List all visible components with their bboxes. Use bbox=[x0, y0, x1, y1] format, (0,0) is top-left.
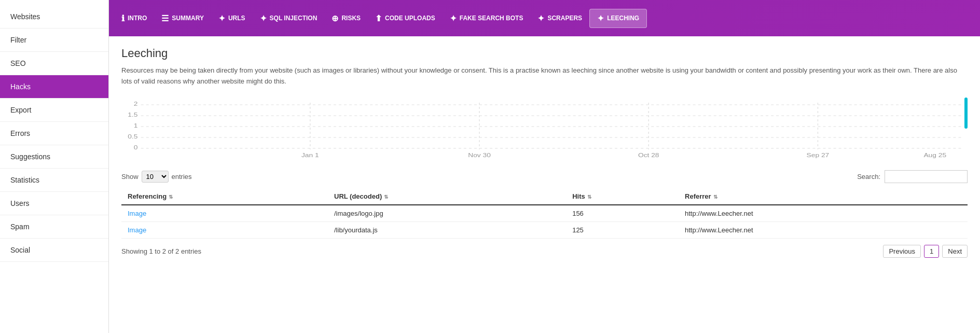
topnav-icon: ℹ bbox=[121, 13, 125, 23]
topnav-item-scrapers[interactable]: ✦SCRAPERS bbox=[530, 9, 589, 27]
sidebar-item-spam[interactable]: Spam bbox=[0, 215, 108, 239]
topnav-icon: ✦ bbox=[537, 13, 544, 23]
url-cell: /lib/yourdata.js bbox=[328, 221, 566, 238]
sidebar-item-statistics[interactable]: Statistics bbox=[0, 169, 108, 192]
topnav-icon: ✦ bbox=[450, 13, 457, 23]
referrer-cell: http://www.Leecher.net bbox=[679, 221, 968, 238]
content-area: Leeching Resources may be being taken di… bbox=[109, 36, 980, 333]
hits-cell: 156 bbox=[566, 205, 679, 222]
svg-text:0.5: 0.5 bbox=[128, 133, 137, 140]
table-header: Referencing⇅URL (decoded)⇅Hits⇅Referrer⇅ bbox=[121, 188, 968, 205]
sidebar: WebsitesFilterSEOHacksExportErrorsSugges… bbox=[0, 0, 109, 333]
next-button[interactable]: Next bbox=[942, 245, 968, 258]
leeching-chart: 2 1.5 1 0.5 0 Jan 1 Nov 30 Oct 28 bbox=[121, 98, 968, 160]
svg-text:2: 2 bbox=[134, 101, 138, 107]
topnav-item-urls[interactable]: ✦URLS bbox=[211, 9, 253, 27]
svg-text:Sep 27: Sep 27 bbox=[807, 152, 830, 158]
referencing-cell[interactable]: Image bbox=[121, 205, 328, 222]
hits-cell: 125 bbox=[566, 221, 679, 238]
sidebar-item-suggestions[interactable]: Suggestions bbox=[0, 145, 108, 169]
top-navigation: ℹINTRO☰SUMMARY✦URLS✦SQL INJECTION⊕RISKS⬆… bbox=[109, 0, 980, 36]
topnav-icon: ⊕ bbox=[332, 13, 338, 23]
sidebar-item-export[interactable]: Export bbox=[0, 99, 108, 122]
show-entries-control: Show 102550100 entries bbox=[121, 171, 192, 183]
sidebar-item-social[interactable]: Social bbox=[0, 239, 108, 262]
svg-text:Oct 28: Oct 28 bbox=[638, 152, 659, 158]
sort-icon: ⇅ bbox=[587, 194, 591, 200]
table-controls: Show 102550100 entries Search: bbox=[121, 170, 968, 183]
page-description: Resources may be being taken directly fr… bbox=[121, 65, 968, 87]
search-label: Search: bbox=[857, 173, 880, 181]
topnav-icon: ✦ bbox=[597, 13, 604, 23]
pagination: Previous 1 Next bbox=[883, 245, 968, 258]
referrer-cell: http://www.Leecher.net bbox=[679, 205, 968, 222]
svg-text:1.5: 1.5 bbox=[128, 112, 137, 118]
sidebar-item-errors[interactable]: Errors bbox=[0, 122, 108, 145]
table-row: Image/lib/yourdata.js125http://www.Leech… bbox=[121, 221, 968, 238]
table-body: Image/images/logo.jpg156http://www.Leech… bbox=[121, 205, 968, 239]
topnav-icon: ✦ bbox=[218, 13, 225, 23]
search-box: Search: bbox=[857, 170, 968, 183]
col-url--decoded-[interactable]: URL (decoded)⇅ bbox=[328, 188, 566, 205]
sidebar-item-seo[interactable]: SEO bbox=[0, 52, 108, 75]
topnav-item-summary[interactable]: ☰SUMMARY bbox=[154, 9, 211, 27]
svg-text:Aug 25: Aug 25 bbox=[923, 152, 946, 158]
topnav-item-leeching[interactable]: ✦LEECHING bbox=[589, 9, 647, 28]
current-page: 1 bbox=[924, 245, 939, 258]
sort-icon: ⇅ bbox=[169, 194, 173, 200]
sort-icon: ⇅ bbox=[384, 194, 388, 200]
topnav-icon: ☰ bbox=[161, 13, 169, 23]
table-footer: Showing 1 to 2 of 2 entries Previous 1 N… bbox=[121, 245, 968, 258]
topnav-icon: ⬆ bbox=[375, 13, 382, 23]
table-row: Image/images/logo.jpg156http://www.Leech… bbox=[121, 205, 968, 222]
search-input[interactable] bbox=[885, 170, 968, 183]
svg-text:Nov 30: Nov 30 bbox=[468, 152, 491, 158]
svg-text:0: 0 bbox=[134, 144, 138, 150]
entries-label: entries bbox=[172, 173, 192, 181]
chart-container: 2 1.5 1 0.5 0 Jan 1 Nov 30 Oct 28 bbox=[121, 98, 968, 160]
topnav-icon: ✦ bbox=[260, 13, 267, 23]
sidebar-item-websites[interactable]: Websites bbox=[0, 5, 108, 29]
referencing-cell[interactable]: Image bbox=[121, 221, 328, 238]
main-content: ℹINTRO☰SUMMARY✦URLS✦SQL INJECTION⊕RISKS⬆… bbox=[109, 0, 980, 333]
sidebar-item-filter[interactable]: Filter bbox=[0, 29, 108, 52]
col-referrer[interactable]: Referrer⇅ bbox=[679, 188, 968, 205]
table-header-row: Referencing⇅URL (decoded)⇅Hits⇅Referrer⇅ bbox=[121, 188, 968, 205]
showing-text: Showing 1 to 2 of 2 entries bbox=[121, 247, 201, 255]
sort-icon: ⇅ bbox=[713, 194, 717, 200]
topnav-item-intro[interactable]: ℹINTRO bbox=[114, 9, 154, 27]
topnav-item-risks[interactable]: ⊕RISKS bbox=[324, 9, 368, 27]
topnav-item-code-uploads[interactable]: ⬆CODE UPLOADS bbox=[368, 9, 443, 27]
col-referencing[interactable]: Referencing⇅ bbox=[121, 188, 328, 205]
topnav-item-fake-search-bots[interactable]: ✦FAKE SEARCH BOTS bbox=[443, 9, 531, 27]
data-table: Referencing⇅URL (decoded)⇅Hits⇅Referrer⇅… bbox=[121, 188, 968, 239]
sidebar-item-hacks[interactable]: Hacks bbox=[0, 75, 108, 99]
col-hits[interactable]: Hits⇅ bbox=[566, 188, 679, 205]
topnav-item-sql-injection[interactable]: ✦SQL INJECTION bbox=[253, 9, 325, 27]
svg-text:Jan 1: Jan 1 bbox=[301, 152, 319, 158]
previous-button[interactable]: Previous bbox=[883, 245, 921, 258]
entries-select[interactable]: 102550100 bbox=[142, 171, 169, 183]
page-title: Leeching bbox=[121, 47, 968, 60]
chart-scrollbar[interactable] bbox=[964, 98, 968, 129]
svg-text:1: 1 bbox=[134, 122, 138, 129]
url-cell: /images/logo.jpg bbox=[328, 205, 566, 222]
show-label: Show bbox=[121, 173, 139, 181]
sidebar-item-users[interactable]: Users bbox=[0, 192, 108, 215]
